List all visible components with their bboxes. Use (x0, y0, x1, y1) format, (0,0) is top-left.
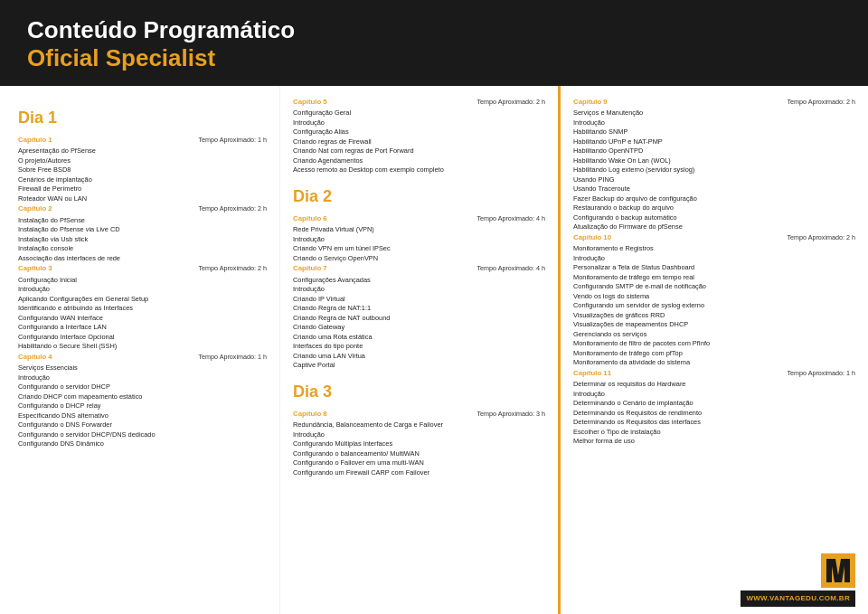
list-item: Introdução (573, 118, 855, 128)
list-item: Configurando o Failover em uma multi-WAN (293, 458, 545, 468)
footer-area: WWW.VANTAGEDU.COM.BR (741, 553, 855, 607)
list-item: Introdução (293, 285, 545, 295)
chapter11-header: Capítulo 11 Tempo Aproximado: 1 h (573, 368, 855, 379)
logo-mark (821, 553, 855, 588)
chapter1-header: Capítulo 1 Tempo Aproximado: 1 h (18, 135, 267, 146)
list-item: Determinar os requisitos do Hardware (573, 380, 855, 390)
svg-marker-0 (826, 559, 850, 582)
list-item: Configurando um Firewall CARP com Failov… (293, 468, 545, 478)
list-item: Introdução (293, 430, 545, 440)
list-item: Monitoramento de tráfego com pfTop (573, 349, 855, 359)
list-item: Fazer Backup do arquivo de configuração (573, 194, 855, 204)
chapter5-items: Configuração Geral Introdução Configuraç… (293, 109, 545, 175)
list-item: Configurando SMTP de e-mail de notificaç… (573, 282, 855, 292)
header-title-line1: Conteúdo Programático (27, 16, 841, 44)
chapter6-items: Rede Privada Virtual (VPN) Introdução Cr… (293, 225, 545, 263)
list-item: Criando DHCP com mapeamento estático (18, 392, 267, 402)
list-item: Melhor forma de uso (573, 437, 855, 447)
list-item: Habilitando o Secure Shell (SSH) (18, 342, 267, 352)
chapter8-items: Redundância, Balanceamento de Carga e Fa… (293, 420, 545, 477)
list-item: Restaurando o backup do arquivo (573, 203, 855, 213)
logo-svg (823, 557, 854, 584)
list-item: Criando Agendamentos (293, 156, 545, 166)
list-item: Sobre Free BSD8 (18, 165, 267, 175)
list-item: Configurando Interface Opcional (18, 333, 267, 343)
list-item: Criando Gateway (293, 323, 545, 333)
list-item: Configurando DNS Dinâmico (18, 439, 267, 449)
chapter10-title: Capítulo 10 (573, 232, 611, 242)
list-item: Firewall de Perímetro (18, 184, 267, 194)
list-item: Captive Portal (293, 361, 545, 371)
list-item: Introdução (573, 390, 855, 400)
list-item: Criando VPN em um túnel IPSec (293, 244, 545, 254)
chapter7-header: Capítulo 7 Tempo Aproximado: 4 h (293, 263, 545, 274)
list-item: Introdução (18, 373, 267, 383)
list-item: Determinando os Requisitos das interface… (573, 418, 855, 428)
list-item: Instalação do PfSense (18, 216, 267, 226)
chapter11-time: Tempo Aproximado: 1 h (787, 369, 855, 378)
list-item: Usando PING (573, 175, 855, 185)
list-item: Gerenciando os serviços (573, 330, 855, 340)
list-item: Acesso remoto ao Desktop com exemplo com… (293, 165, 545, 175)
list-item: Configurando o balanceamento/ MultiWAN (293, 449, 545, 459)
day3-title: Dia 3 (293, 380, 545, 403)
list-item: Redundância, Balanceamento de Carga e Fa… (293, 420, 545, 430)
list-item: O projeto/Autores (18, 156, 267, 166)
chapter2-time: Tempo Aproximado: 2 h (198, 204, 267, 213)
list-item: Identificando e atribuindo as Interfaces (18, 304, 267, 314)
list-item: Criando IP Virtual (293, 295, 545, 305)
list-item: Usando Traceroute (573, 184, 855, 194)
list-item: Configuração Inicial (18, 276, 267, 286)
chapter6-header: Capítulo 6 Tempo Aproximado: 4 h (293, 213, 545, 224)
list-item: Rede Privada Virtual (VPN) (293, 225, 545, 235)
list-item: Instalação console (18, 244, 267, 254)
chapter4-title: Capítulo 4 (18, 352, 52, 362)
list-item: Habilitando OpenNTPD (573, 146, 855, 156)
list-item: Criando Regra de NAT:1:1 (293, 304, 545, 314)
footer-url: WWW.VANTAGEDU.COM.BR (741, 590, 855, 607)
list-item: Habilitando Log externo (servidor syslog… (573, 165, 855, 175)
day1-title: Dia 1 (18, 106, 267, 129)
list-item: Apresentação do PfSense (18, 146, 267, 156)
list-item: Instalação via Usb stick (18, 235, 267, 245)
list-item: Configurando a Interface LAN (18, 323, 267, 333)
chapter8-time: Tempo Aproximado: 3 h (476, 410, 545, 419)
chapter3-items: Configuração Inicial Introdução Aplicand… (18, 276, 267, 352)
list-item: Serviços e Manutenção (573, 109, 855, 118)
chapter2-header: Capítulo 2 Tempo Aproximado: 2 h (18, 203, 267, 214)
chapter11-title: Capítulo 11 (573, 368, 611, 378)
list-item: Habilitando UPnP e NAT-PMP (573, 137, 855, 147)
day2-title: Dia 2 (293, 184, 545, 208)
list-item: Monitoramento da atividade do sistema (573, 358, 855, 368)
list-item: Configurando o DHCP relay (18, 401, 267, 411)
chapter7-items: Configurações Avançadas Introdução Crian… (293, 276, 545, 371)
chapter3-title: Capítulo 3 (18, 263, 52, 273)
list-item: Criando o Serviço OpenVPN (293, 254, 545, 264)
list-item: Configurando um servidor de syslog exter… (573, 301, 855, 311)
list-item: Atualização do Firmware do pfSense (573, 222, 855, 232)
list-item: Configurando o backup automático (573, 213, 855, 223)
list-item: Determinando os Requisitos de rendimento (573, 409, 855, 419)
list-item: Associação das interfaces de rede (18, 254, 267, 264)
list-item: Configurando o DNS Forwarder (18, 420, 267, 430)
list-item: Criando Nat com regras de Port Forward (293, 146, 545, 156)
list-item: Configurações Avançadas (293, 276, 545, 286)
chapter3-time: Tempo Aproximado: 2 h (198, 264, 267, 273)
list-item: Vendo os logs do sistema (573, 292, 855, 302)
chapter1-time: Tempo Aproximado: 1 h (198, 136, 267, 145)
page-header: Conteúdo Programático Oficial Specialist (0, 0, 868, 86)
list-item: Criando regras de Firewall (293, 137, 545, 147)
chapter9-title: Capítulo 9 (573, 97, 608, 107)
chapter2-title: Capítulo 2 (18, 203, 52, 213)
chapter9-items: Serviços e Manutenção Introdução Habilit… (573, 109, 855, 232)
list-item: Habilitando SNMP (573, 128, 855, 137)
list-item: Roteador WAN ou LAN (18, 194, 267, 204)
list-item: Configurando o servidor DHCP (18, 383, 267, 392)
chapter9-header: Capítulo 9 Tempo Aproximado: 2 h (573, 97, 855, 108)
column-left: Dia 1 Capítulo 1 Tempo Aproximado: 1 h A… (0, 86, 280, 614)
list-item: Criando Regra de NAT outbound (293, 314, 545, 324)
chapter10-header: Capítulo 10 Tempo Aproximado: 2 h (573, 232, 855, 243)
column-right: Capítulo 9 Tempo Aproximado: 2 h Serviço… (561, 86, 868, 614)
list-item: Determinando o Cenário de implantação (573, 399, 855, 409)
list-item: Introdução (18, 285, 267, 295)
